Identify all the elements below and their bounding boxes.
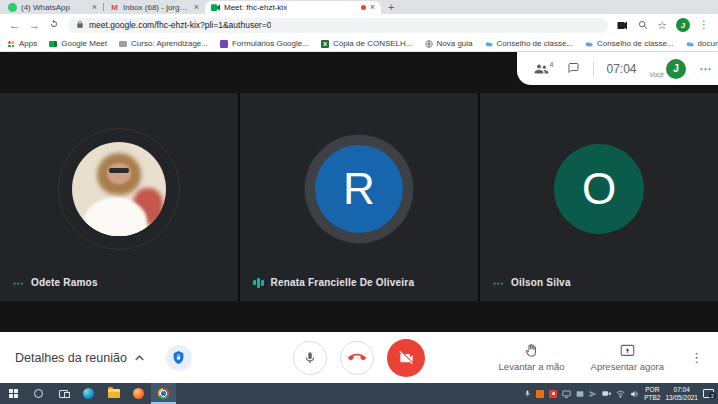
meet-control-bar: Detalhes da reunião: [0, 332, 718, 383]
cloud-icon: [686, 40, 694, 48]
apps-grid-icon: [7, 40, 15, 48]
refresh-icon[interactable]: [49, 19, 59, 31]
browser-profile-avatar[interactable]: J: [676, 18, 690, 32]
meeting-details-button[interactable]: Detalhes da reunião: [15, 351, 144, 365]
taskbar-time: 07:04: [665, 386, 698, 394]
bookmark-item-nova-guia[interactable]: Nova guia: [425, 39, 473, 48]
language-line1: POR: [644, 386, 660, 394]
url-text: meet.google.com/fhc-ehzt-kix?pli=1&authu…: [89, 20, 271, 30]
participant-tile-odete[interactable]: ⋯ Odete Ramos: [0, 93, 238, 301]
bookmark-label: Google Meet: [61, 39, 107, 48]
bookmark-item-curso[interactable]: Curso: Aprendizage...: [119, 39, 208, 48]
chevron-up-icon: [135, 355, 144, 361]
tab-meet-active[interactable]: Meet: fhc-ehzt-kix ×: [205, 1, 381, 14]
edge-taskbar-button[interactable]: [76, 383, 101, 404]
browser-menu-icon[interactable]: ⋮: [699, 20, 709, 30]
participant-grid: ⋯ Odete Ramos R Renata Francielle De Oli…: [0, 93, 718, 301]
search-circle-icon: [34, 389, 43, 398]
camera-recording-dot-icon: [361, 5, 366, 10]
more-options-icon[interactable]: ⋯: [699, 63, 711, 75]
bookmark-item-conselho-2[interactable]: Conselho de classe...: [585, 39, 674, 48]
tab-camera-indicator-icon[interactable]: [617, 16, 629, 34]
task-view-button[interactable]: [51, 383, 76, 404]
system-tray: POR PTB2 07:04 13/05/2021 2: [524, 386, 718, 402]
tab-whatsapp[interactable]: (4) WhatsApp ×: [2, 1, 103, 14]
tray-photos-icon[interactable]: [576, 390, 584, 398]
more-options-menu-icon[interactable]: ⋮: [690, 350, 703, 365]
bookmark-label: Conselho de classe...: [497, 39, 574, 48]
bookmark-label: Nova guia: [437, 39, 473, 48]
tray-volume-icon[interactable]: [630, 390, 639, 398]
url-field[interactable]: meet.google.com/fhc-ehzt-kix?pli=1&authu…: [68, 18, 608, 33]
bookmark-star-icon[interactable]: ☆: [657, 20, 667, 31]
globe-icon: [425, 40, 433, 48]
taskbar-date: 13/05/2021: [665, 394, 698, 402]
lock-icon: [76, 20, 84, 31]
mic-icon: [303, 351, 317, 365]
tray-camera-icon[interactable]: [602, 390, 611, 397]
folder-icon: [108, 389, 120, 398]
close-tab-icon[interactable]: ×: [92, 3, 97, 12]
participant-tile-oilson[interactable]: O ⋯ Oilson Silva: [480, 93, 718, 301]
start-button[interactable]: [1, 383, 26, 404]
present-now-button[interactable]: Apresentar agora: [591, 344, 664, 372]
forward-icon[interactable]: →: [29, 20, 40, 31]
microphone-button[interactable]: [293, 341, 327, 375]
hang-up-icon: [348, 353, 366, 362]
whatsapp-icon: [8, 3, 17, 12]
new-tab-button[interactable]: +: [388, 2, 394, 13]
avatar-ring: [58, 128, 180, 250]
bookmark-item-copia[interactable]: X Cópia de CONSELH...: [321, 39, 413, 48]
shield-lock-icon: [172, 350, 185, 365]
file-explorer-button[interactable]: [101, 383, 126, 404]
participant-name: Odete Ramos: [31, 277, 98, 288]
tray-display-icon[interactable]: [562, 390, 571, 398]
meet-page: 4 07:04 Você J ⋯: [0, 52, 718, 383]
raise-hand-button[interactable]: Levantar a mão: [499, 343, 565, 372]
bookmark-label: Cópia de CONSELH...: [333, 39, 413, 48]
chrome-button-active[interactable]: [151, 383, 176, 404]
tab-title: (4) WhatsApp: [21, 3, 88, 12]
chat-button[interactable]: [567, 60, 580, 78]
firefox-button[interactable]: [126, 383, 151, 404]
tray-mic-icon[interactable]: [524, 389, 531, 398]
close-tab-icon[interactable]: ×: [194, 3, 199, 12]
camera-off-button[interactable]: [387, 339, 425, 377]
close-tab-icon[interactable]: ×: [370, 3, 375, 12]
tab-title: Meet: fhc-ehzt-kix: [224, 3, 357, 12]
participant-initial-avatar: O: [554, 144, 644, 234]
meeting-clock: 07:04: [607, 62, 637, 76]
course-icon: [119, 41, 127, 47]
self-view[interactable]: Você J: [650, 59, 686, 79]
participants-count: 4: [550, 61, 554, 68]
tray-alert-icon[interactable]: [536, 390, 544, 398]
tab-gmail[interactable]: M Inbox (68) - jorge.campos@edu... ×: [104, 1, 205, 14]
bookmark-item-formularios[interactable]: Formulários Google...: [220, 39, 309, 48]
participants-button[interactable]: 4: [534, 63, 554, 75]
action-center-button[interactable]: 2: [703, 389, 714, 398]
bookmark-item-apps[interactable]: Apps: [7, 39, 37, 48]
bookmarks-bar: Apps Google Meet Curso: Aprendizage... F…: [0, 36, 718, 52]
language-indicator[interactable]: POR PTB2: [644, 386, 660, 402]
tray-network-icon[interactable]: [616, 390, 625, 398]
taskbar-clock[interactable]: 07:04 13/05/2021: [665, 386, 698, 402]
divider: [593, 61, 594, 77]
bookmark-item-google-meet[interactable]: Google Meet: [49, 39, 107, 48]
tray-send-icon[interactable]: [589, 390, 597, 398]
back-icon[interactable]: ←: [9, 20, 20, 31]
zoom-icon[interactable]: [638, 16, 648, 34]
bookmark-item-documentos[interactable]: documentos dos pr...: [686, 39, 718, 48]
cloud-icon: [485, 40, 493, 48]
address-bar: ← → meet.google.com/fhc-ehzt-kix?pli=1&a…: [0, 14, 718, 36]
self-avatar: J: [666, 59, 686, 79]
windows-logo-icon: [9, 389, 18, 398]
bookmark-item-conselho-1[interactable]: Conselho de classe...: [485, 39, 574, 48]
chrome-icon: [158, 388, 169, 399]
tray-recording-icon[interactable]: [549, 390, 557, 398]
browser-tab-strip: (4) WhatsApp × M Inbox (68) - jorge.camp…: [0, 0, 718, 14]
cortana-search-button[interactable]: [26, 383, 51, 404]
host-controls-button[interactable]: [166, 345, 192, 371]
audio-level-icon: [253, 277, 264, 288]
participant-tile-renata[interactable]: R Renata Francielle De Oliveira: [240, 93, 478, 301]
hang-up-button[interactable]: [340, 341, 374, 375]
